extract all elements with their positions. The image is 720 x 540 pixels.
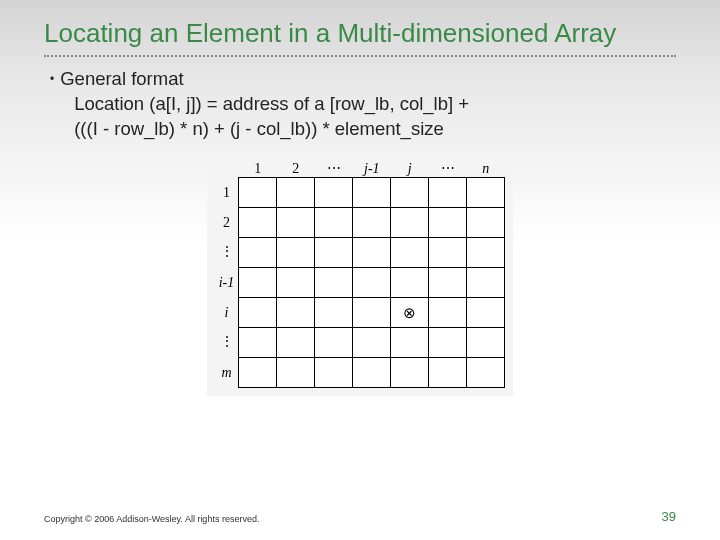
- col-label: j: [391, 160, 429, 178]
- col-label: 1: [239, 160, 277, 178]
- array-figure: 1 2 ⋯ j-1 j ⋯ n 1 2 ⋮: [207, 154, 514, 396]
- content-area: • General format Location (a[I, j]) = ad…: [44, 67, 676, 142]
- bullet-heading: General format: [60, 67, 469, 92]
- col-label: ⋯: [315, 160, 353, 178]
- bullet-marker: •: [50, 67, 54, 142]
- row-label: 1: [215, 178, 239, 208]
- bullet-item: • General format Location (a[I, j]) = ad…: [50, 67, 676, 142]
- array-grid: 1 2 ⋯ j-1 j ⋯ n 1 2 ⋮: [215, 160, 506, 388]
- formula-line-2: (((I - row_lb) * n) + (j - col_lb)) * el…: [60, 117, 469, 142]
- col-label: n: [467, 160, 505, 178]
- formula-line-1: Location (a[I, j]) = address of a [row_l…: [60, 92, 469, 117]
- row-label: m: [215, 358, 239, 388]
- row-label: 2: [215, 208, 239, 238]
- col-label: j-1: [353, 160, 391, 178]
- row-label: i: [215, 298, 239, 328]
- col-label: ⋯: [429, 160, 467, 178]
- row-label: ⋮: [215, 238, 239, 268]
- row-label: i-1: [215, 268, 239, 298]
- row-label: ⋮: [215, 328, 239, 358]
- col-label: 2: [277, 160, 315, 178]
- title-divider: [44, 55, 676, 57]
- copyright-text: Copyright © 2006 Addison-Wesley. All rig…: [44, 514, 259, 524]
- slide-title: Locating an Element in a Multi-dimension…: [44, 18, 676, 49]
- page-number: 39: [662, 509, 676, 524]
- element-marker: ⊗: [391, 298, 429, 328]
